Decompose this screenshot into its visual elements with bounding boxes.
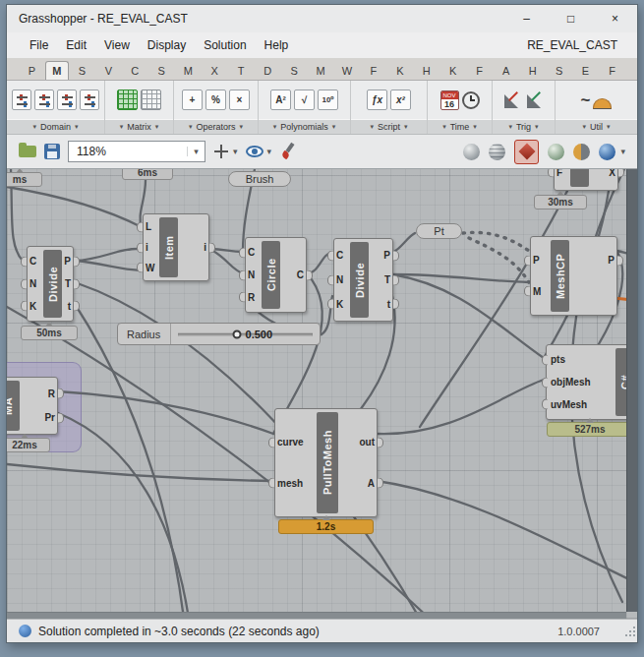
tab-mesh[interactable]: M	[175, 62, 202, 80]
expand-icon[interactable]: ▾	[273, 123, 277, 131]
port-input-pts[interactable]: pts	[551, 352, 614, 368]
preview-eye-icon[interactable]	[246, 146, 263, 157]
gaussian-icon[interactable]	[593, 98, 612, 109]
tab-14[interactable]: K	[386, 62, 413, 80]
shaded-preview-button-selected[interactable]	[514, 140, 539, 164]
resize-grip[interactable]	[625, 634, 627, 636]
matrix-empty-grid-icon[interactable]	[141, 90, 161, 110]
node-canvas[interactable]: ms 6ms Brush F X 30ms C N K Divide P	[7, 169, 637, 619]
expand-icon[interactable]: ▾	[442, 123, 446, 131]
pan-icon[interactable]	[213, 144, 229, 159]
addition-icon[interactable]: +	[182, 90, 203, 110]
maximize-button[interactable]: □	[549, 5, 593, 32]
square-root-icon[interactable]: √	[294, 90, 315, 110]
slider-track[interactable]: 0.500	[171, 324, 320, 344]
close-button[interactable]: ×	[593, 5, 637, 32]
port-input-N[interactable]: N	[29, 276, 41, 292]
tab-maths-active[interactable]: M	[45, 61, 69, 80]
component-name[interactable]: Circle	[262, 241, 280, 309]
component-item[interactable]: L i W Item i	[143, 213, 209, 281]
expand-icon[interactable]: ▾	[32, 123, 36, 131]
component-name[interactable]: MA	[7, 381, 20, 431]
wireframe-preview-icon[interactable]	[489, 144, 505, 160]
canvas-scrollbar-vertical[interactable]	[626, 169, 637, 612]
port-input-K[interactable]: K	[29, 298, 41, 314]
tab-vector[interactable]: V	[95, 62, 122, 80]
port-input-i[interactable]: i	[146, 240, 157, 256]
port-input-uvMesh[interactable]: uvMesh	[551, 396, 614, 412]
tab-22[interactable]: F	[599, 62, 625, 80]
tab-transform[interactable]: T	[228, 62, 255, 80]
tab-params[interactable]: P	[19, 62, 45, 80]
expand-icon[interactable]: ▾	[607, 123, 611, 131]
expand-icon[interactable]: ▾	[189, 123, 193, 131]
pt-param[interactable]: Pt	[416, 223, 462, 239]
port-input-R[interactable]: R	[248, 289, 260, 305]
brush-panel[interactable]: Brush	[228, 171, 291, 187]
port-output-t[interactable]: t	[68, 298, 71, 314]
port-output-R[interactable]: R	[48, 386, 55, 401]
port-input-W[interactable]: W	[146, 260, 157, 275]
port-input-objMesh[interactable]: objMesh	[551, 375, 614, 390]
wire[interactable]	[377, 481, 635, 582]
menu-edit[interactable]: Edit	[57, 35, 95, 55]
minimize-button[interactable]: –	[504, 5, 549, 32]
ribbon-label-time[interactable]: ▾ Time ▾	[428, 119, 492, 134]
port-input-curve[interactable]: curve	[277, 435, 315, 450]
port-output-T[interactable]: T	[65, 276, 71, 292]
component-ma-partial[interactable]: MA R Pr	[7, 377, 58, 435]
expand-icon[interactable]: ▾	[75, 123, 79, 131]
port-input-K[interactable]: K	[336, 296, 348, 312]
contrast-preview-icon[interactable]	[573, 144, 590, 160]
tab-17[interactable]: F	[466, 62, 493, 80]
component-name[interactable]: Divide	[43, 250, 62, 318]
chevron-down-icon[interactable]: ▾	[267, 147, 272, 156]
port-input-N[interactable]: N	[248, 268, 260, 283]
port-output-Pr[interactable]: Pr	[44, 410, 55, 426]
triangle-trig-icon[interactable]	[525, 90, 545, 110]
component-name[interactable]: PullToMesh	[317, 412, 338, 513]
port-output-A[interactable]: A	[368, 475, 375, 491]
port-output-X[interactable]: X	[609, 169, 615, 180]
expand-icon[interactable]: ▾	[332, 123, 336, 131]
component-csharp[interactable]: pts objMesh uvMesh C#	[546, 344, 637, 420]
chevron-down-icon[interactable]: ▾	[620, 147, 625, 156]
port-input-N[interactable]: N	[336, 272, 348, 288]
expand-icon[interactable]: ▾	[582, 123, 586, 131]
document-tab[interactable]: RE_EVAL_CAST	[521, 35, 623, 55]
tab-13[interactable]: F	[360, 62, 386, 80]
evaluate-icon[interactable]: x²	[390, 90, 411, 110]
power-of-ten-icon[interactable]: 10⁰	[318, 90, 338, 110]
power-icon[interactable]: A²	[270, 90, 291, 110]
matrix-grid-icon[interactable]	[117, 90, 138, 110]
tab-20[interactable]: S	[546, 62, 572, 80]
chevron-down-icon[interactable]: ▾	[187, 147, 205, 156]
port-input-L[interactable]: L	[146, 219, 157, 235]
wire[interactable]	[392, 274, 544, 358]
port-input-C[interactable]: C	[248, 245, 260, 261]
component-name[interactable]: MeshCP	[551, 240, 569, 312]
paintbrush-icon[interactable]	[279, 143, 297, 160]
calendar-icon[interactable]: NOV 16	[440, 90, 459, 110]
chevron-down-icon[interactable]: ▾	[233, 147, 238, 156]
expression-icon[interactable]: ƒx	[367, 90, 387, 110]
tab-curve[interactable]: C	[122, 62, 148, 80]
ribbon-label-matrix[interactable]: ▾ Matrix ▾	[105, 119, 173, 134]
expand-icon[interactable]: ▾	[370, 123, 374, 131]
wire[interactable]	[58, 391, 273, 434]
port-output-C[interactable]: C	[297, 268, 304, 283]
expand-icon[interactable]: ▾	[155, 123, 159, 131]
port-output-T[interactable]: T	[384, 272, 390, 288]
relay-wire[interactable]	[463, 232, 529, 251]
ribbon-label-operators[interactable]: ▾ Operators ▾	[174, 119, 258, 134]
ribbon-label-util[interactable]: ▾ Util ▾	[556, 119, 637, 134]
expand-icon[interactable]: ▾	[473, 123, 477, 131]
tab-intersect[interactable]: X	[202, 62, 228, 80]
open-file-icon[interactable]	[19, 146, 36, 157]
port-output-i[interactable]: i	[204, 240, 206, 256]
no-preview-icon[interactable]	[463, 144, 480, 160]
port-input-M[interactable]: M	[533, 283, 549, 299]
wire[interactable]	[7, 464, 273, 481]
ribbon-label-polynomials[interactable]: ▾ Polynomials ▾	[259, 119, 350, 134]
menu-file[interactable]: File	[21, 35, 57, 55]
